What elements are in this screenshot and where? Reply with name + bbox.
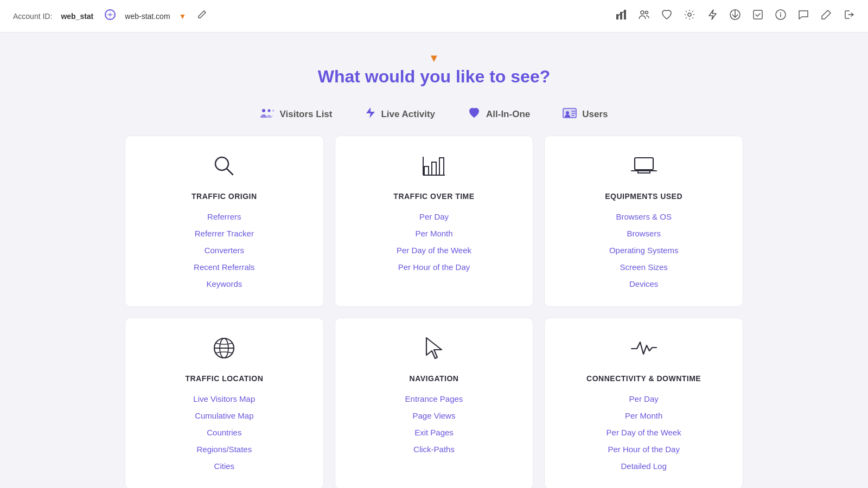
tab-users[interactable]: Users — [563, 106, 608, 123]
card-traffic-origin-title: TRAFFIC ORIGIN — [136, 192, 312, 201]
link-entrance-pages[interactable]: Entrance Pages — [346, 391, 522, 406]
card-connectivity-downtime: CONNECTIVITY & DOWNTIME Per Day Per Mont… — [544, 318, 743, 488]
info-icon[interactable] — [775, 9, 787, 23]
card-traffic-location-title: TRAFFIC LOCATION — [136, 374, 312, 383]
download-icon[interactable] — [729, 9, 741, 23]
svg-point-15 — [566, 111, 569, 114]
card-traffic-origin: TRAFFIC ORIGIN Referrers Referrer Tracke… — [125, 136, 324, 307]
tab-users-label: Users — [582, 109, 608, 120]
link-click-paths[interactable]: Click-Paths — [346, 442, 522, 457]
link-per-day[interactable]: Per Day — [346, 209, 522, 224]
svg-point-11 — [268, 110, 271, 112]
visitors-list-icon — [260, 107, 274, 122]
svg-point-10 — [262, 109, 265, 112]
settings-icon[interactable] — [684, 9, 695, 23]
link-per-day-of-week[interactable]: Per Day of the Week — [346, 243, 522, 258]
page-title: What would you like to see? — [0, 67, 868, 87]
card-equipments-used-links: Browsers & OS Browsers Operating Systems… — [556, 209, 732, 291]
card-traffic-over-time-title: TRAFFIC OVER TIME — [346, 192, 522, 201]
edit-page-icon[interactable] — [820, 9, 832, 23]
chart-icon[interactable] — [615, 9, 627, 23]
chat-icon[interactable] — [797, 9, 809, 23]
link-cities[interactable]: Cities — [136, 459, 312, 473]
link-operating-systems[interactable]: Operating Systems — [556, 243, 732, 258]
tab-all-in-one[interactable]: All-In-One — [468, 106, 530, 123]
account-id-label: Account ID: — [13, 12, 52, 21]
link-connectivity-per-hour-of-day[interactable]: Per Hour of the Day — [556, 442, 732, 457]
link-recent-referrals[interactable]: Recent Referrals — [136, 260, 312, 274]
checkbox-icon[interactable] — [752, 9, 764, 23]
logo-icon — [104, 9, 116, 23]
card-traffic-location-links: Live Visitors Map Cumulative Map Countri… — [136, 391, 312, 473]
card-navigation: NAVIGATION Entrance Pages Page Views Exi… — [335, 318, 534, 488]
edit-account-icon[interactable] — [197, 10, 207, 22]
svg-point-5 — [646, 11, 648, 14]
group-users-icon[interactable] — [638, 9, 650, 23]
svg-point-12 — [272, 110, 274, 112]
link-devices[interactable]: Devices — [556, 277, 732, 291]
card-connectivity-downtime-title: CONNECTIVITY & DOWNTIME — [556, 374, 732, 383]
card-connectivity-downtime-links: Per Day Per Month Per Day of the Week Pe… — [556, 391, 732, 473]
live-activity-icon — [365, 106, 375, 123]
card-navigation-links: Entrance Pages Page Views Exit Pages Cli… — [346, 391, 522, 457]
link-referrer-tracker[interactable]: Referrer Tracker — [136, 226, 312, 241]
tab-visitors-list[interactable]: Visitors List — [260, 106, 332, 123]
nav-tabs: Visitors List Live Activity All-In-One — [0, 98, 868, 136]
link-exit-pages[interactable]: Exit Pages — [346, 425, 522, 440]
svg-rect-21 — [432, 162, 436, 175]
link-cumulative-map[interactable]: Cumulative Map — [136, 408, 312, 423]
link-browsers[interactable]: Browsers — [556, 226, 732, 241]
card-traffic-over-time: TRAFFIC OVER TIME Per Day Per Month Per … — [335, 136, 534, 307]
tab-all-in-one-label: All-In-One — [486, 109, 530, 120]
link-referrers[interactable]: Referrers — [136, 209, 312, 224]
header: Account ID: web_stat web-stat.com ▼ — [0, 0, 868, 33]
cursor-icon — [346, 336, 522, 365]
link-converters[interactable]: Converters — [136, 243, 312, 258]
svg-rect-8 — [754, 10, 762, 19]
svg-rect-22 — [439, 158, 444, 175]
page-title-area: ▼ What would you like to see? — [0, 33, 868, 98]
svg-rect-25 — [635, 158, 653, 170]
link-countries[interactable]: Countries — [136, 425, 312, 440]
bar-chart-icon — [346, 153, 522, 183]
link-live-visitors-map[interactable]: Live Visitors Map — [136, 391, 312, 406]
svg-point-6 — [688, 13, 691, 16]
users-card-icon — [563, 107, 577, 122]
link-connectivity-per-month[interactable]: Per Month — [556, 408, 732, 423]
arrow-indicator: ▼ — [0, 52, 868, 65]
search-icon — [136, 153, 312, 183]
lightning-nav-icon[interactable] — [706, 9, 718, 23]
card-traffic-over-time-links: Per Day Per Month Per Day of the Week Pe… — [346, 209, 522, 274]
site-url[interactable]: web-stat.com — [125, 12, 170, 21]
laptop-icon — [556, 153, 732, 183]
heart-nav-icon[interactable] — [661, 9, 673, 23]
all-in-one-icon — [468, 107, 481, 122]
dropdown-icon[interactable]: ▼ — [179, 12, 187, 21]
logout-icon[interactable] — [843, 9, 855, 23]
card-traffic-origin-links: Referrers Referrer Tracker Converters Re… — [136, 209, 312, 291]
link-connectivity-per-day[interactable]: Per Day — [556, 391, 732, 406]
cards-grid: TRAFFIC ORIGIN Referrers Referrer Tracke… — [108, 136, 760, 488]
account-id-value: web_stat — [61, 12, 93, 21]
globe-icon — [136, 336, 312, 365]
svg-rect-20 — [424, 166, 429, 175]
link-regions-states[interactable]: Regions/States — [136, 442, 312, 457]
card-equipments-used: EQUIPMENTS USED Browsers & OS Browsers O… — [544, 136, 743, 307]
tab-live-activity[interactable]: Live Activity — [365, 106, 435, 123]
tab-visitors-list-label: Visitors List — [279, 109, 332, 120]
card-equipments-used-title: EQUIPMENTS USED — [556, 192, 732, 201]
link-detailed-log[interactable]: Detailed Log — [556, 459, 732, 473]
svg-point-4 — [641, 11, 644, 14]
pulse-icon — [556, 336, 732, 365]
link-keywords[interactable]: Keywords — [136, 277, 312, 291]
card-traffic-location: TRAFFIC LOCATION Live Visitors Map Cumul… — [125, 318, 324, 488]
link-per-hour-of-day[interactable]: Per Hour of the Day — [346, 260, 522, 274]
header-icons — [615, 9, 855, 23]
card-navigation-title: NAVIGATION — [346, 374, 522, 383]
tab-live-activity-label: Live Activity — [381, 109, 435, 120]
link-page-views[interactable]: Page Views — [346, 408, 522, 423]
link-screen-sizes[interactable]: Screen Sizes — [556, 260, 732, 274]
link-per-month[interactable]: Per Month — [346, 226, 522, 241]
link-browsers-os[interactable]: Browsers & OS — [556, 209, 732, 224]
link-connectivity-per-day-of-week[interactable]: Per Day of the Week — [556, 425, 732, 440]
